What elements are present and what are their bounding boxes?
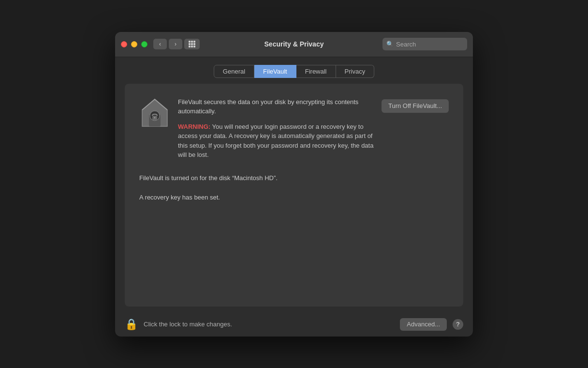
grid-button[interactable] (184, 39, 200, 49)
tab-firewall[interactable]: Firewall (296, 65, 336, 78)
maximize-button[interactable] (141, 41, 147, 47)
bottom-bar: 🔒 Click the lock to make changes. Advanc… (115, 312, 473, 337)
lock-icon[interactable]: 🔒 (125, 319, 138, 330)
content-area: FileVault secures the data on your disk … (125, 84, 463, 307)
search-placeholder: Search (396, 41, 416, 48)
filevault-recovery: A recovery key has been set. (139, 194, 449, 201)
tab-privacy[interactable]: Privacy (336, 65, 375, 78)
filevault-main-row: FileVault secures the data on your disk … (139, 97, 449, 160)
grid-icon (189, 41, 195, 47)
svg-point-4 (154, 117, 156, 118)
window-title: Security & Privacy (265, 40, 324, 48)
filevault-text-group: FileVault secures the data on your disk … (178, 97, 374, 160)
filevault-icon (139, 97, 170, 128)
forward-icon: › (175, 41, 176, 47)
tab-filevault[interactable]: FileVault (254, 65, 296, 78)
warning-label: WARNING: (178, 123, 210, 130)
nav-buttons: ‹ › (153, 39, 182, 49)
warning-text: WARNING: You will need your login passwo… (178, 122, 374, 160)
lock-label: Click the lock to make changes. (144, 321, 394, 328)
main-window: ‹ › Security & Privacy 🔍 Search General … (115, 32, 473, 337)
advanced-button[interactable]: Advanced... (400, 318, 447, 331)
back-icon: ‹ (159, 41, 161, 47)
traffic-lights (121, 41, 147, 47)
help-button[interactable]: ? (453, 319, 463, 330)
search-box[interactable]: 🔍 Search (382, 38, 467, 50)
titlebar: ‹ › Security & Privacy 🔍 Search (115, 32, 473, 57)
filevault-description: FileVault secures the data on your disk … (178, 97, 374, 116)
minimize-button[interactable] (131, 41, 137, 47)
forward-button[interactable]: › (169, 39, 182, 49)
back-button[interactable]: ‹ (153, 39, 167, 49)
turn-off-filevault-button[interactable]: Turn Off FileVault... (382, 99, 449, 113)
close-button[interactable] (121, 41, 127, 47)
search-icon: 🔍 (386, 41, 394, 47)
filevault-status: FileVault is turned on for the disk “Mac… (139, 173, 449, 184)
tabs-container: General FileVault Firewall Privacy (115, 57, 473, 78)
tab-general[interactable]: General (214, 65, 254, 78)
